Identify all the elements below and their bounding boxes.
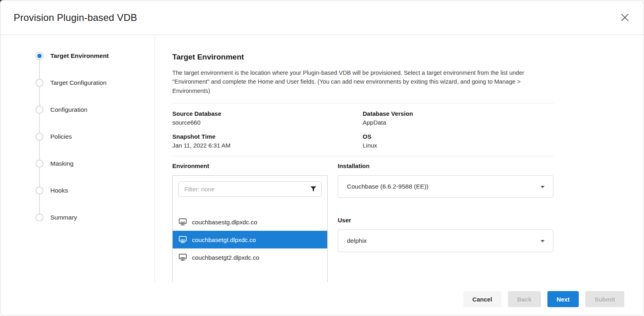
environment-list-box: couchbasestg.dlpxdc.co [172,175,328,282]
step-indicator-circle [35,106,43,114]
environment-list-item[interactable]: couchbasetgt.dlpxdc.co [173,231,327,248]
provision-vdb-dialog: Provision Plugin-based VDB Target Enviro… [0,0,644,316]
info-cell: Database Version AppData [363,110,553,126]
info-value: source660 [172,119,363,126]
stepper-step[interactable]: Configuration [0,96,155,123]
stepper-step[interactable]: Target Environment [0,42,155,69]
environment-name: couchbasetgt.dlpxdc.co [192,236,256,243]
filter-funnel-icon[interactable] [310,186,316,192]
chevron-down-icon [541,186,545,188]
stepper-step[interactable]: Target Configuration [0,69,155,96]
step-label: Policies [50,133,72,140]
close-button[interactable] [618,11,632,25]
environment-filter-input[interactable] [178,181,322,197]
info-label: Database Version [363,110,553,117]
stepper-step[interactable]: Masking [0,150,155,177]
dialog-header: Provision Plugin-based VDB [0,0,644,35]
footer-button[interactable]: Submit [585,291,624,307]
step-label: Configuration [50,106,87,113]
source-info-grid: Source Database source660 Database Versi… [172,103,553,156]
footer-button[interactable]: Cancel [463,291,502,307]
installation-user-section: Installation Couchbase (6.6.2-9588 (EE))… [338,162,553,282]
dialog-body: Target Environment Target Configuration … [0,35,644,282]
user-selected-value: delphix [347,237,367,244]
environment-list-item[interactable]: couchbasetgt2.dlpxdc.co [173,248,327,266]
section-heading: Target Environment [172,53,553,62]
dialog-footer: Cancel Back Next Submit [0,282,644,316]
step-indicator-circle [35,79,43,87]
info-cell: Source Database source660 [172,110,363,126]
info-value: AppData [363,119,553,126]
page-background: Provision Plugin-based VDB Target Enviro… [0,0,644,316]
environment-label: Environment [172,162,328,169]
stepper-step[interactable]: Policies [0,123,155,150]
environment-name: couchbasetgt2.dlpxdc.co [192,254,259,261]
host-monitor-icon [179,236,187,243]
info-label: Snapshot Time [172,133,363,140]
installation-selected-value: Couchbase (6.6.2-9588 (EE)) [347,183,428,190]
step-label: Summary [50,214,77,221]
info-label: Source Database [172,110,363,117]
step-content: Target Environment The target environmen… [155,35,553,282]
environment-list: couchbasestg.dlpxdc.co [173,213,327,266]
chevron-down-icon [541,240,545,242]
user-label: User [338,217,553,224]
step-label: Masking [50,160,74,167]
footer-button[interactable]: Next [547,291,579,307]
host-monitor-icon [179,254,187,261]
section-description: The target environment is the location w… [172,68,553,95]
close-icon [619,12,630,23]
info-cell: Snapshot Time Jan 11, 2022 6:31 AM [172,133,363,149]
footer-button[interactable]: Back [508,291,541,307]
wizard-stepper: Target Environment Target Configuration … [0,35,155,282]
step-label: Target Environment [50,52,109,60]
info-cell: OS Linux [363,133,553,149]
stepper-step[interactable]: Summary [0,204,155,231]
step-indicator-circle [35,160,43,168]
installation-label: Installation [338,162,553,169]
host-monitor-icon [179,218,187,226]
info-label: OS [363,133,553,140]
environment-section: Environment [172,162,328,282]
environment-name: couchbasestg.dlpxdc.co [192,219,257,226]
step-indicator-circle [35,187,43,195]
dialog-title: Provision Plugin-based VDB [14,12,137,23]
step-indicator-circle [35,133,43,141]
step-label: Hooks [50,187,68,194]
environment-list-item[interactable]: couchbasestg.dlpxdc.co [173,213,327,231]
installation-select[interactable]: Couchbase (6.6.2-9588 (EE)) [338,175,553,198]
user-select[interactable]: delphix [338,230,553,252]
stepper-step[interactable]: Hooks [0,177,155,204]
step-label: Target Configuration [50,79,107,86]
info-value: Jan 11, 2022 6:31 AM [172,142,363,149]
step-indicator-circle [35,52,43,60]
step-indicator-circle [35,213,43,222]
info-value: Linux [363,142,553,149]
